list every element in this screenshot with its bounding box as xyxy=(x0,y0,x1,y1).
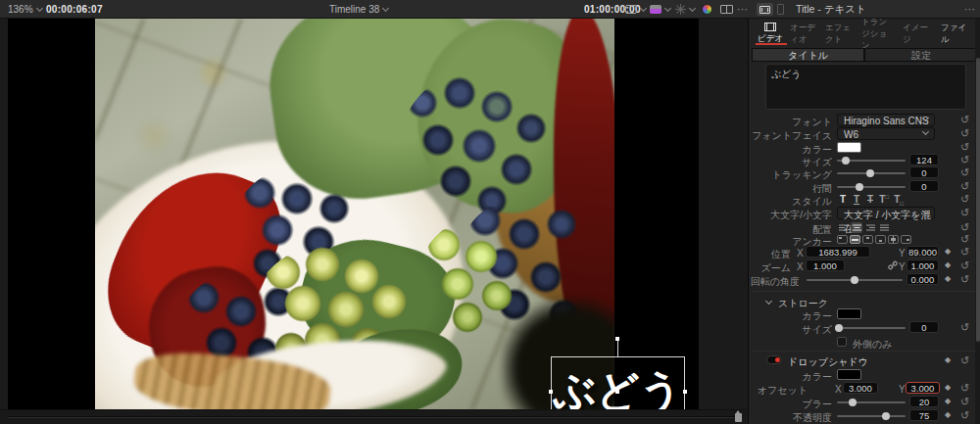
reset-button[interactable]: ↺ xyxy=(960,180,969,192)
reset-button[interactable]: ↺ xyxy=(960,321,969,333)
slider-knob[interactable] xyxy=(851,276,858,284)
color-tools-button[interactable] xyxy=(702,0,712,19)
scrub-playhead[interactable] xyxy=(735,413,742,422)
anchor-top-left-icon[interactable] xyxy=(837,235,848,244)
reset-button[interactable]: ↺ xyxy=(960,141,969,153)
reset-button[interactable]: ↺ xyxy=(960,166,969,178)
text-rotation-handle-line[interactable] xyxy=(617,339,618,356)
tracking-value[interactable]: 0 xyxy=(909,166,939,178)
tab-effects[interactable]: エフェクト xyxy=(825,21,858,46)
timeline-selector[interactable]: Timeline 38 xyxy=(329,0,388,19)
reset-button[interactable]: ↺ xyxy=(960,396,969,407)
keyframe-icon[interactable]: ◆ xyxy=(945,355,951,364)
drop-shadow-toggle[interactable] xyxy=(766,355,782,364)
slider-knob[interactable] xyxy=(835,324,843,332)
rotation-value[interactable]: 0.000 xyxy=(906,273,939,285)
tab-transitions[interactable]: トランジション xyxy=(861,21,895,46)
panel-scrollbar[interactable] xyxy=(975,19,980,424)
reset-button[interactable]: ↺ xyxy=(960,409,969,421)
inspector-video-panel-button[interactable] xyxy=(757,0,773,19)
shadow-opacity-value[interactable]: 75 xyxy=(909,409,939,421)
shadow-offset-y-input[interactable]: 3.000 xyxy=(906,382,940,394)
keyframe-icon[interactable]: ◆ xyxy=(945,247,951,256)
selection-right-handle[interactable] xyxy=(683,390,687,394)
selection-rotation-handle[interactable] xyxy=(615,337,619,341)
viewer-zoom-select[interactable]: 136% xyxy=(8,0,42,19)
shadow-offset-x-input[interactable]: 3.000 xyxy=(843,382,878,394)
shadow-opacity-slider[interactable] xyxy=(837,415,906,417)
reset-button[interactable]: ↺ xyxy=(960,154,969,165)
anchor-bottom-center-icon[interactable] xyxy=(875,235,886,244)
link-xy-icon[interactable] xyxy=(888,260,898,272)
letter-case-dropdown[interactable]: 大文字 / 小文字を混在 xyxy=(837,207,935,219)
keyframe-icon[interactable]: ◆ xyxy=(945,397,951,405)
subtab-settings[interactable]: 設定 xyxy=(864,48,978,62)
slider-knob[interactable] xyxy=(842,157,850,165)
anchor-right-icon[interactable] xyxy=(901,235,911,244)
video-viewer[interactable]: ぶどう xyxy=(0,19,747,409)
scrub-track[interactable] xyxy=(8,416,737,418)
reset-button[interactable]: ↺ xyxy=(960,221,969,233)
position-x-input[interactable]: 1683.999 xyxy=(806,246,870,258)
text-size-slider[interactable] xyxy=(837,160,906,162)
stabilization-button[interactable] xyxy=(675,0,695,19)
rotation-slider[interactable] xyxy=(807,279,903,281)
slider-knob[interactable] xyxy=(856,183,863,191)
picture-in-picture-button[interactable] xyxy=(650,0,670,19)
line-spacing-slider[interactable] xyxy=(837,186,906,188)
shadow-blur-slider[interactable] xyxy=(837,401,906,403)
tab-file[interactable]: ファイル xyxy=(941,21,974,46)
zoom-y-input[interactable]: 1.000 xyxy=(906,259,939,271)
inspector-keyframe-panel-button[interactable] xyxy=(777,0,784,19)
stroke-color-swatch[interactable] xyxy=(837,308,861,319)
title-text-input[interactable]: ぶどう xyxy=(765,64,966,110)
reset-button[interactable]: ↺ xyxy=(960,233,969,245)
style-bold-icon[interactable]: T xyxy=(837,194,849,205)
style-strikethrough-icon[interactable]: T xyxy=(864,194,876,205)
line-spacing-value[interactable]: 0 xyxy=(909,180,939,192)
align-right-icon[interactable] xyxy=(864,222,876,233)
selection-center-handle[interactable] xyxy=(615,390,619,394)
align-center-icon[interactable] xyxy=(851,222,862,233)
inspector-more-options-button[interactable]: ⋯ xyxy=(964,0,976,19)
reset-button[interactable]: ↺ xyxy=(960,114,969,125)
keyframe-icon[interactable]: ◆ xyxy=(945,410,951,419)
font-face-dropdown[interactable]: W6 xyxy=(837,127,935,140)
split-screen-button[interactable] xyxy=(720,0,733,19)
stroke-size-slider[interactable] xyxy=(837,327,906,329)
scrollbar-thumb[interactable] xyxy=(976,58,980,342)
keyframe-icon[interactable]: ◆ xyxy=(945,260,951,269)
keyframe-icon[interactable]: ◆ xyxy=(945,274,951,283)
text-color-swatch[interactable] xyxy=(837,142,861,153)
align-justify-icon[interactable] xyxy=(878,222,890,233)
style-superscript-icon[interactable]: T□ xyxy=(878,194,890,205)
outside-only-checkbox[interactable] xyxy=(837,337,847,347)
align-left-icon[interactable] xyxy=(837,222,849,233)
reset-button[interactable]: ↺ xyxy=(960,246,969,258)
text-size-value[interactable]: 124 xyxy=(909,154,939,165)
reset-button[interactable]: ↺ xyxy=(960,207,969,218)
position-y-input[interactable]: 89.000 xyxy=(906,246,939,258)
shadow-blur-value[interactable]: 20 xyxy=(909,396,939,407)
shadow-color-swatch[interactable] xyxy=(837,369,861,380)
reset-button[interactable]: ↺ xyxy=(960,273,969,285)
anchor-center-horizontal-icon[interactable] xyxy=(850,235,860,244)
zoom-x-input[interactable]: 1.000 xyxy=(806,259,845,271)
slider-knob[interactable] xyxy=(866,169,874,177)
style-underline-icon[interactable]: T xyxy=(851,194,862,205)
transform-tool-button[interactable] xyxy=(625,0,646,19)
tab-image[interactable]: イメージ xyxy=(903,21,936,46)
slider-knob[interactable] xyxy=(882,412,890,420)
slider-knob[interactable] xyxy=(849,399,857,406)
anchor-center-vertical-icon[interactable] xyxy=(888,235,899,244)
reset-button[interactable]: ↺ xyxy=(960,127,969,139)
viewer-scrub-bar[interactable] xyxy=(0,409,747,424)
tracking-slider[interactable] xyxy=(837,172,906,174)
reset-button[interactable]: ↺ xyxy=(960,193,969,205)
reset-button[interactable]: ↺ xyxy=(960,259,969,271)
text-selection-bounding-box[interactable] xyxy=(551,356,685,409)
reset-button[interactable]: ↺ xyxy=(960,354,969,366)
style-subscript-icon[interactable]: T□ xyxy=(893,194,905,207)
font-dropdown[interactable]: Hiragino Sans CNS xyxy=(837,114,935,126)
tab-audio[interactable]: オーディオ xyxy=(790,21,823,46)
